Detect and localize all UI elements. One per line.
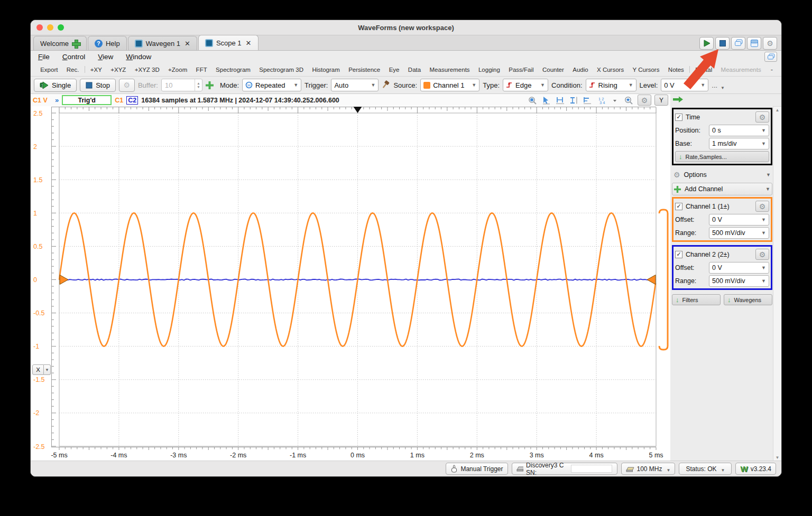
chevron-down-icon[interactable]: ▼: [721, 86, 725, 90]
menu-control[interactable]: Control: [62, 53, 86, 61]
tile-windows-button[interactable]: [747, 37, 761, 50]
zoom-in-icon[interactable]: [623, 95, 634, 105]
collapse-panel-button[interactable]: [672, 95, 684, 106]
time-checkbox[interactable]: ✓: [675, 114, 682, 121]
x-axis-dropdown[interactable]: ▼: [44, 364, 51, 375]
oscilloscope-plot[interactable]: 2.521.510.50-0.5-1-1.5-2-2.5: [31, 106, 670, 450]
menu-view[interactable]: View: [98, 53, 113, 61]
toolbar-item-fft[interactable]: FFT: [191, 67, 211, 73]
trigger-condition-select[interactable]: Rising ▼: [586, 79, 636, 91]
toolbar-item-counter[interactable]: Counter: [538, 67, 568, 73]
toolbar-item-y-cursors[interactable]: Y Cursors: [628, 67, 663, 73]
horizontal-cursors-icon[interactable]: [554, 95, 566, 105]
buffer-count-field[interactable]: 10 ▲▼: [161, 79, 202, 91]
toolbar-item-persistence[interactable]: Persistence: [344, 67, 384, 73]
more-options-button[interactable]: ...: [712, 81, 717, 89]
pointer-icon[interactable]: [540, 95, 552, 105]
cascade-windows-button[interactable]: [731, 37, 745, 50]
add-instrument-icon[interactable]: [72, 40, 80, 48]
channel1-badge[interactable]: C1: [115, 97, 123, 104]
toolbar-item-xyz-3d[interactable]: +XYZ 3D: [131, 67, 164, 73]
filters-button[interactable]: ↓ Filters: [672, 294, 721, 305]
manual-trigger-button[interactable]: Manual Trigger: [446, 463, 508, 475]
mode-select[interactable]: H Repeated ▼: [242, 79, 301, 91]
channel2-offset-select[interactable]: 0 V ▼: [709, 262, 769, 274]
trigger-position-marker[interactable]: [354, 107, 362, 113]
maximize-window-button[interactable]: [58, 24, 64, 31]
time-settings-button[interactable]: ⚙: [755, 111, 769, 123]
quad-view-icon[interactable]: 1 23 4: [595, 95, 607, 105]
toolbar-item-spectrogram[interactable]: Spectrogram: [211, 67, 255, 73]
plot-settings-button[interactable]: ⚙: [638, 95, 651, 106]
window-list-button[interactable]: [764, 52, 777, 62]
scroll-up-icon[interactable]: ▲: [776, 108, 780, 112]
channel1-offset-select[interactable]: 0 V ▼: [709, 214, 769, 226]
close-window-button[interactable]: [36, 24, 43, 31]
toolbar-item-pass-fail[interactable]: Pass/Fail: [504, 67, 538, 73]
vertical-cursors-icon[interactable]: [568, 95, 579, 105]
tab-scope-1[interactable]: Scope 1 ✕: [198, 35, 259, 50]
trigger-level-select[interactable]: 0 V ▼: [661, 79, 708, 91]
time-base-select[interactable]: 1 ms/div ▼: [709, 138, 769, 149]
channel1-checkbox[interactable]: ✓: [675, 203, 682, 210]
x-axis-button[interactable]: X: [32, 364, 44, 375]
add-channel-button[interactable]: Add Channel ▼: [672, 183, 772, 195]
channel1-range-select[interactable]: 500 mV/div ▼: [709, 227, 769, 239]
toolbar-item-xy[interactable]: +XY: [86, 67, 106, 73]
tool-dropdown-icon[interactable]: [609, 95, 621, 105]
toolbar-item-spectrogram-3d[interactable]: Spectrogram 3D: [255, 67, 308, 73]
version-button[interactable]: W v3.23.4: [735, 463, 776, 475]
close-tab-icon[interactable]: ✕: [184, 40, 190, 48]
toolbar-collapse-button[interactable]: -: [768, 65, 776, 73]
channel2-checkbox[interactable]: ✓: [675, 251, 682, 258]
toolbar-item-data[interactable]: Data: [404, 67, 426, 73]
measure-icon[interactable]: [582, 95, 593, 105]
y-scale-button[interactable]: Y: [654, 95, 668, 106]
toolbar-item-notes[interactable]: Notes: [664, 67, 688, 73]
device-button[interactable]: Discovery3 C SN:: [512, 463, 617, 475]
zoom-actual-icon[interactable]: [527, 95, 538, 105]
tab-wavegen-1[interactable]: Wavegen 1 ✕: [128, 36, 197, 50]
toolbar-item-measurements[interactable]: Measurements: [425, 67, 474, 73]
toolbar-item-digital[interactable]: Digital: [691, 67, 716, 73]
toolbar-item-rec[interactable]: Rec.: [62, 67, 84, 73]
run-all-button[interactable]: [699, 37, 714, 50]
stop-button[interactable]: Stop: [80, 79, 116, 92]
toolbar-item-logging[interactable]: Logging: [474, 67, 504, 73]
channel2-range-select[interactable]: 500 mV/div ▼: [709, 275, 769, 287]
options-row[interactable]: ⚙ Options ▼: [672, 168, 772, 181]
trigger-mode-select[interactable]: Auto ▼: [331, 79, 379, 91]
channel1-settings-button[interactable]: ⚙: [755, 201, 769, 212]
scroll-down-icon[interactable]: ▼: [776, 455, 780, 460]
toolbar-item-eye[interactable]: Eye: [384, 67, 403, 73]
tab-welcome[interactable]: Welcome: [33, 36, 87, 50]
trigger-source-select[interactable]: Channel 1 ▼: [420, 79, 479, 91]
minimize-window-button[interactable]: [47, 24, 53, 31]
range-bracket-handle[interactable]: [659, 210, 668, 350]
vertical-scrollbar[interactable]: ▲ ▼: [773, 106, 782, 462]
close-tab-icon[interactable]: ✕: [246, 39, 252, 47]
toolbar-item-x-cursors[interactable]: X Cursors: [593, 67, 629, 73]
global-settings-button[interactable]: ⚙: [763, 37, 777, 50]
time-position-select[interactable]: 0 s ▼: [709, 125, 769, 136]
plot-area[interactable]: 2.521.510.50-0.5-1-1.5-2-2.5 -5 ms-4 ms-…: [31, 106, 670, 462]
status-button[interactable]: Status: OK ▼: [679, 463, 732, 475]
toolbar-item-export[interactable]: Export: [36, 67, 62, 73]
channel2-badge[interactable]: C2: [126, 96, 138, 105]
menu-window[interactable]: Window: [126, 53, 151, 61]
toolbar-item-zoom[interactable]: +Zoom: [164, 67, 192, 73]
single-button[interactable]: 1 Single: [34, 79, 77, 92]
stop-all-button[interactable]: [715, 37, 730, 50]
add-acquisition-icon[interactable]: [206, 81, 214, 89]
clock-frequency-button[interactable]: 100 MHz ▼: [621, 463, 676, 475]
buffer-settings-button[interactable]: ⚙: [119, 79, 135, 92]
tab-help[interactable]: ? Help: [88, 36, 127, 50]
rate-samples-button[interactable]: ↓ Rate,Samples...: [675, 151, 769, 162]
spinner-arrows-icon[interactable]: ▲▼: [195, 79, 202, 91]
toolbar-item-audio[interactable]: Audio: [568, 67, 593, 73]
toolbar-item-xyz[interactable]: +XYZ: [106, 67, 130, 73]
expand-left-icon[interactable]: »: [55, 96, 59, 104]
trigger-type-select[interactable]: Edge ▼: [503, 79, 548, 91]
toolbar-item-histogram[interactable]: Histogram: [308, 67, 344, 73]
channel2-settings-button[interactable]: ⚙: [755, 249, 769, 260]
